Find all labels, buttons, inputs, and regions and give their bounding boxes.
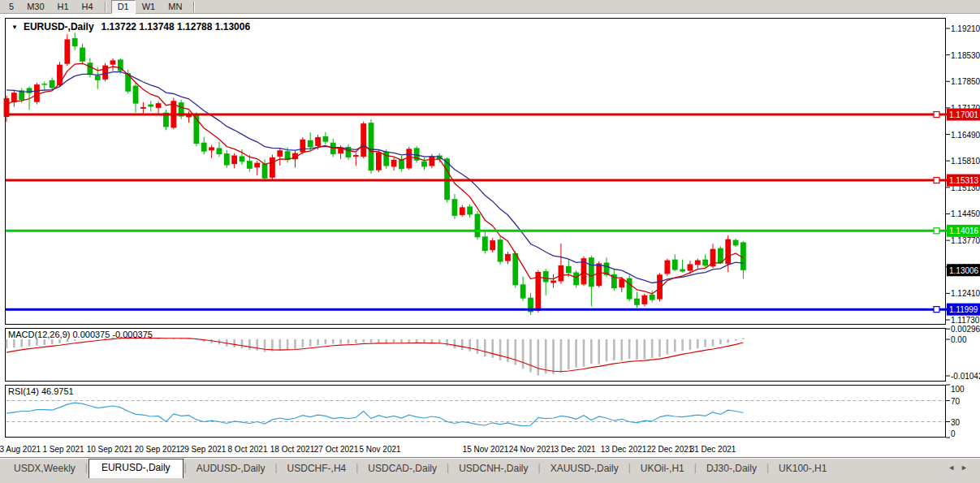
svg-text:30: 30 (951, 418, 961, 427)
svg-text:23 Aug 2021: 23 Aug 2021 (0, 445, 41, 454)
chart-tab-bar: USDX,Weekly|EURUSD-,Daily|AUDUSD-,Daily|… (0, 457, 980, 483)
svg-text:1.16490: 1.16490 (951, 131, 980, 140)
svg-text:70: 70 (951, 397, 961, 406)
tab-dj30-daily[interactable]: DJ30-,Daily (697, 460, 766, 477)
tab-scroll-left-icon[interactable]: ◄ (948, 464, 961, 472)
tab-eurusd-daily[interactable]: EURUSD-,Daily (89, 459, 183, 478)
tab-scroll-arrows: ◄► (948, 464, 974, 472)
svg-text:1.13006: 1.13006 (949, 266, 979, 275)
svg-text:8 Oct 2021: 8 Oct 2021 (228, 445, 268, 454)
tab-usdx-weekly[interactable]: USDX,Weekly (5, 460, 84, 477)
rsi-pane (6, 386, 946, 438)
timeframe-button-W1[interactable]: W1 (136, 0, 162, 14)
svg-text:1.19210: 1.19210 (951, 24, 980, 33)
svg-text:18 Oct 2021: 18 Oct 2021 (270, 445, 315, 454)
timeframe-button-5[interactable]: 5 (2, 0, 20, 14)
svg-text:1.13770: 1.13770 (951, 236, 980, 245)
svg-text:31 Dec 2021: 31 Dec 2021 (690, 445, 736, 454)
svg-text:1.17001: 1.17001 (949, 110, 979, 119)
chevron-down-icon[interactable]: ▼ (11, 24, 18, 31)
timeframe-button-M30[interactable]: M30 (20, 0, 50, 14)
main-pane (6, 19, 946, 325)
svg-text:10 Sep 2021: 10 Sep 2021 (87, 445, 133, 454)
chart-canvas[interactable]: 1.192101.185301.178501.171701.164901.158… (0, 0, 980, 483)
svg-text:1.14450: 1.14450 (951, 209, 980, 218)
toolbar-separator (193, 2, 195, 12)
svg-text:1.15810: 1.15810 (951, 157, 980, 166)
svg-text:1.18530: 1.18530 (951, 51, 980, 60)
svg-text:-0.010421: -0.010421 (951, 372, 980, 381)
tab-usdcad-daily[interactable]: USDCAD-,Daily (359, 460, 446, 477)
svg-text:20 Sep 2021: 20 Sep 2021 (135, 445, 181, 454)
macd-indicator-label: MACD(12,26,9) 0.000375 -0.000375 (8, 330, 153, 339)
svg-text:13 Dec 2021: 13 Dec 2021 (601, 445, 647, 454)
svg-text:1.11999: 1.11999 (949, 305, 978, 314)
timeframe-button-D1[interactable]: D1 (111, 0, 136, 14)
tab-scroll-right-icon[interactable]: ► (961, 464, 974, 472)
rsi-indicator-label: RSI(14) 46.9751 (8, 386, 74, 396)
svg-text:100: 100 (951, 385, 965, 394)
svg-text:1.17850: 1.17850 (951, 77, 980, 86)
timeframe-button-H4[interactable]: H4 (76, 0, 100, 14)
svg-text:0.002966: 0.002966 (951, 325, 980, 334)
tab-xauusd-daily[interactable]: XAUUSD-,Daily (542, 460, 628, 477)
svg-text:29 Sep 2021: 29 Sep 2021 (180, 445, 227, 454)
timeframe-button-MN[interactable]: MN (162, 0, 188, 14)
timeframe-toolbar: 5M30H1H4D1W1MN (0, 0, 980, 14)
hline-handle[interactable] (934, 307, 939, 313)
symbol-period-label: EURUSD-,Daily (24, 21, 94, 32)
svg-text:22 Dec 2021: 22 Dec 2021 (647, 445, 693, 454)
svg-text:1 Sep 2021: 1 Sep 2021 (42, 445, 84, 454)
hline-handle[interactable] (934, 112, 939, 118)
svg-text:5 Nov 2021: 5 Nov 2021 (359, 445, 401, 454)
hline-handle[interactable] (934, 178, 939, 183)
timeframe-button-H1[interactable]: H1 (51, 0, 76, 14)
tab-uk100-h1[interactable]: UK100-,H1 (770, 460, 835, 477)
svg-text:1.15313: 1.15313 (949, 176, 979, 185)
svg-text:3 Dec 2021: 3 Dec 2021 (554, 445, 596, 454)
date-axis: 23 Aug 20211 Sep 202110 Sep 202120 Sep 2… (0, 445, 736, 454)
tab-audusd-daily[interactable]: AUDUSD-,Daily (188, 460, 274, 477)
tab-ukoil-h1[interactable]: UKOil-,H1 (632, 460, 693, 477)
ohlc-values: 1.13722 1.13748 1.12788 1.13006 (101, 21, 251, 32)
chart-title: ▼EURUSD-,Daily1.13722 1.13748 1.12788 1.… (11, 21, 250, 32)
svg-text:1.12410: 1.12410 (951, 289, 980, 298)
svg-text:0: 0 (951, 429, 956, 438)
mt4-window: 5M30H1H4D1W1MN 1.192101.185301.178501.17… (0, 0, 980, 483)
svg-text:27 Oct 2021: 27 Oct 2021 (314, 445, 359, 454)
tab-usdchf-h4[interactable]: USDCHF-,H4 (278, 460, 356, 477)
hline-handle[interactable] (934, 228, 939, 234)
svg-text:1.11730: 1.11730 (951, 316, 980, 325)
svg-text:15 Nov 2021: 15 Nov 2021 (463, 445, 509, 454)
svg-text:24 Nov 2021: 24 Nov 2021 (509, 445, 555, 454)
svg-text:1.14016: 1.14016 (949, 226, 979, 235)
tab-usdcnh-daily[interactable]: USDCNH-,Daily (450, 460, 537, 477)
toolbar-separator (105, 2, 106, 12)
chart-tabs: USDX,Weekly|EURUSD-,Daily|AUDUSD-,Daily|… (0, 458, 980, 477)
svg-text:0.00: 0.00 (951, 335, 967, 344)
